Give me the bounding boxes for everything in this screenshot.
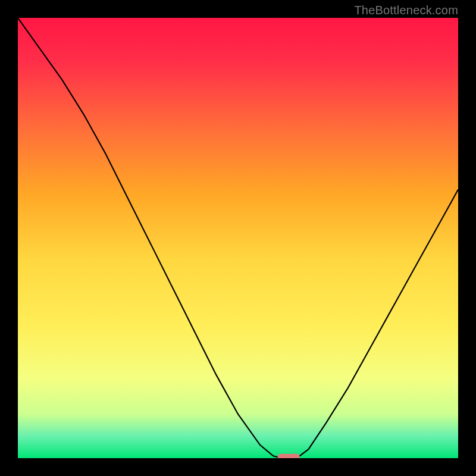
plot-area (18, 18, 458, 458)
chart-svg (18, 18, 458, 458)
optimal-marker (278, 454, 300, 458)
chart-container: TheBottleneck.com (0, 0, 476, 476)
watermark-text: TheBottleneck.com (354, 4, 458, 17)
gradient-background (18, 18, 458, 458)
